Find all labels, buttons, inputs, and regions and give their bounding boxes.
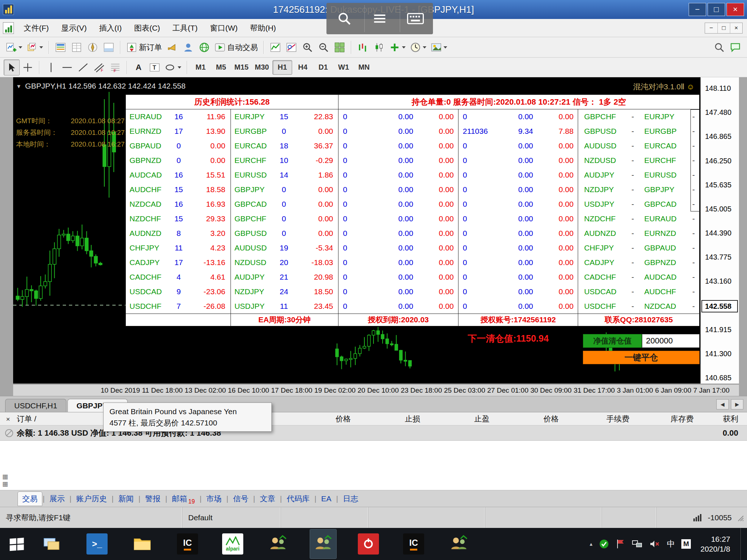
timeframe-h4-button[interactable]: H4 (293, 60, 313, 75)
taskbar-powershell-icon[interactable]: >_ (84, 529, 110, 559)
tab-scroll-left-button[interactable]: ◀ (716, 399, 729, 409)
web-button[interactable] (196, 39, 212, 55)
shapes-dropdown[interactable] (163, 59, 183, 75)
menu-item-4[interactable]: 图表(C) (128, 21, 166, 35)
sound-button[interactable] (164, 39, 180, 55)
timeframe-m5-button[interactable]: M5 (211, 60, 231, 75)
terminal-tab-10[interactable]: 代码库 (282, 492, 314, 506)
indicators-button[interactable] (267, 39, 283, 55)
navigator-button[interactable] (85, 39, 101, 55)
channel-button[interactable]: F (91, 59, 107, 75)
terminal-tab-11[interactable]: EA (317, 493, 336, 505)
terminal-tab-3[interactable]: 账户历史 (72, 492, 111, 506)
add-indicator-dropdown[interactable] (387, 39, 408, 55)
crosshair-button[interactable] (20, 59, 36, 75)
terminal-tab-6[interactable]: 邮箱19 (167, 492, 199, 506)
templates-dropdown[interactable] (429, 39, 449, 55)
ime-indicator[interactable]: 中 (667, 538, 675, 549)
overlay-menu-icon[interactable] (364, 5, 395, 32)
terminal-tab-12[interactable]: 日志 (338, 492, 363, 506)
profiles-button[interactable] (24, 39, 45, 55)
new-order-button[interactable]: 新订单 (124, 39, 164, 55)
start-button[interactable] (0, 528, 34, 560)
terminal-tab-5[interactable]: 警报 (141, 492, 165, 506)
timeframe-mn-button[interactable]: MN (354, 60, 374, 75)
restore-button[interactable]: □ (708, 3, 725, 16)
taskbar-mt4-people-icon-3[interactable] (446, 529, 472, 559)
tray-expand-icon[interactable]: ▴ (590, 541, 593, 547)
menu-item-6[interactable]: 窗口(W) (204, 21, 244, 35)
cursor-button[interactable] (4, 59, 20, 75)
text-label-button[interactable]: T (147, 59, 163, 75)
terminal-column-header-6[interactable]: 价格 (516, 414, 586, 424)
periods-dropdown[interactable] (408, 39, 429, 55)
timeframe-h1-button[interactable]: H1 (272, 60, 292, 75)
child-minimize-button[interactable]: − (705, 23, 717, 33)
menu-item-3[interactable]: 插入(I) (93, 21, 128, 35)
candlestick-button[interactable] (371, 39, 387, 55)
overlay-magnifier-icon[interactable] (329, 5, 360, 32)
taskbar-folder-icon[interactable] (129, 529, 155, 559)
terminal-tab-1[interactable]: 交易 (18, 491, 42, 506)
menu-item-1[interactable]: 文件(F) (18, 21, 55, 35)
chart-tab-usdchf-h1[interactable]: USDCHF,H1 (5, 399, 66, 412)
terminal-grip-icon[interactable]: ▦▦ (2, 473, 8, 488)
tray-audio-muted-icon[interactable] (649, 539, 660, 549)
resize-grip-icon[interactable] (736, 514, 744, 522)
minimize-button[interactable]: − (689, 3, 706, 16)
search-button[interactable] (711, 39, 727, 55)
taskbar-mt4-ic-icon-1[interactable]: IC (174, 529, 201, 559)
fibonacci-button[interactable]: F (107, 59, 123, 75)
timeframe-m1-button[interactable]: M1 (191, 60, 210, 75)
vertical-line-button[interactable] (43, 59, 59, 75)
feedback-button[interactable] (727, 39, 743, 55)
chart-dropdown-icon[interactable]: ▼ (16, 83, 22, 89)
horizontal-line-button[interactable] (59, 59, 75, 75)
terminal-tab-7[interactable]: 市场 (202, 492, 226, 506)
tray-network-icon[interactable] (632, 539, 643, 549)
terminal-tab-4[interactable]: 新闻 (114, 492, 138, 506)
market-watch-button[interactable] (53, 39, 69, 55)
tab-scroll-right-button[interactable]: ▶ (731, 399, 743, 409)
timeframe-d1-button[interactable]: D1 (313, 60, 333, 75)
text-button[interactable]: A (131, 59, 147, 75)
taskbar-red-app-icon[interactable] (355, 529, 382, 559)
auto-trading-button[interactable]: 自动交易 (212, 39, 260, 55)
equity-clear-button[interactable]: 净值清仓值 (583, 334, 642, 348)
zoom-in-button[interactable] (299, 39, 316, 55)
tray-clock[interactable]: 16:27 2020/1/8 (700, 534, 730, 554)
objects-button[interactable] (283, 39, 299, 55)
terminal-column-header-8[interactable]: 库存费 (650, 414, 714, 424)
status-profile[interactable]: Default (182, 507, 281, 528)
overlay-keyboard-icon[interactable] (400, 5, 430, 32)
terminal-panel-button[interactable] (101, 39, 117, 55)
show-desktop-button[interactable] (740, 528, 745, 560)
equity-value-input[interactable] (642, 334, 700, 348)
zoom-out-button[interactable] (316, 39, 332, 55)
language-indicator[interactable]: M (681, 539, 691, 549)
menu-item-5[interactable]: 工具(T) (166, 21, 204, 35)
menu-item-2[interactable]: 显示(V) (55, 21, 93, 35)
taskbar-mt4-people-icon-1[interactable] (265, 529, 291, 559)
terminal-column-header-7[interactable]: 手续费 (586, 414, 650, 424)
tray-checkmark-icon[interactable] (599, 539, 609, 549)
timeframe-w1-button[interactable]: W1 (334, 60, 353, 75)
timeframe-m30-button[interactable]: M30 (252, 60, 272, 75)
close-all-button[interactable]: 一键平仓 (583, 351, 700, 364)
terminal-column-header-9[interactable]: 获利 (714, 414, 747, 424)
child-close-button[interactable]: × (730, 23, 742, 33)
child-restore-button[interactable]: □ (717, 23, 730, 33)
tile-windows-button[interactable] (332, 39, 348, 55)
community-button[interactable] (180, 39, 196, 55)
taskbar-explorer-icon[interactable] (39, 529, 65, 559)
trendline-button[interactable] (75, 59, 91, 75)
data-window-button[interactable] (69, 39, 85, 55)
taskbar-alpari-icon[interactable]: alpari (220, 529, 246, 559)
menu-item-7[interactable]: 帮助(H) (244, 21, 282, 35)
terminal-column-header-4[interactable]: 止损 (378, 414, 447, 424)
close-button[interactable]: × (727, 3, 744, 16)
terminal-tab-9[interactable]: 文章 (256, 492, 280, 506)
bar-chart-button[interactable] (355, 39, 371, 55)
timeframe-m15-button[interactable]: M15 (232, 60, 251, 75)
new-chart-button[interactable] (4, 39, 24, 55)
